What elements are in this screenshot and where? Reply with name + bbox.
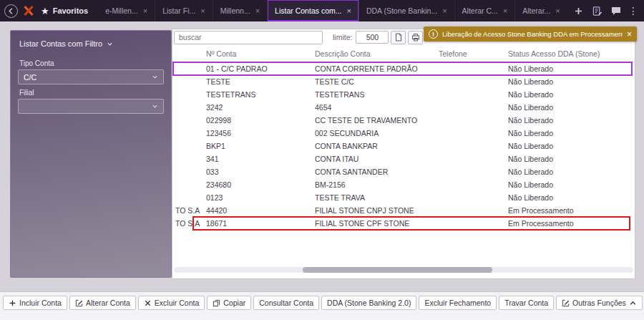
cell-conta: 44420	[203, 206, 312, 215]
travar-conta-button[interactable]: Travar Conta	[499, 296, 554, 310]
cell-descricao: BM-2156	[312, 180, 436, 189]
cell-filial: TO S.A	[172, 219, 203, 228]
collapse-chevron-icon	[107, 41, 113, 47]
search-input[interactable]	[174, 31, 323, 44]
cell-status: Em Processamento	[505, 219, 635, 228]
notes-icon[interactable]	[591, 5, 603, 17]
table-row[interactable]: BKP1CONTA BANKPARNão Liberado	[172, 140, 635, 152]
tipo-conta-select[interactable]: C/C	[18, 69, 164, 84]
cell-status: Não Liberado	[505, 77, 635, 86]
tab-listar-fi[interactable]: Listar Fi...×	[155, 0, 213, 21]
tab-close-icon[interactable]: ×	[346, 7, 351, 15]
table-row[interactable]: 32424654Não Liberado	[172, 101, 635, 114]
topbar-left: ★ Favoritos	[0, 4, 98, 18]
cell-status: Não Liberado	[505, 193, 635, 202]
cell-status: Não Liberado	[505, 129, 635, 137]
warning-icon: !	[429, 29, 438, 39]
table-row[interactable]: 01 - C/C PADRAOCONTA CORRENTE PADRÃONão …	[172, 62, 635, 75]
cell-conta: TESTETRANS	[203, 90, 312, 99]
favorites-button[interactable]: ★ Favoritos	[39, 6, 94, 16]
cell-conta: TESTE	[203, 77, 312, 86]
cell-conta: 0123	[203, 193, 312, 202]
scrollbar-thumb[interactable]	[303, 267, 492, 273]
plus-icon	[9, 299, 16, 307]
tab-close-icon[interactable]: ×	[200, 7, 205, 15]
horizontal-scrollbar[interactable]	[174, 267, 633, 273]
incluir-conta-button[interactable]: Incluir Conta	[3, 296, 67, 310]
cell-status: Não Liberado	[505, 64, 635, 73]
column-header-telefone[interactable]: Telefone	[436, 49, 505, 58]
bottom-toolbar: Incluir ContaAlterar ContaExcluir ContaC…	[0, 291, 644, 320]
x-icon	[144, 299, 152, 307]
copy-icon	[213, 299, 220, 307]
cell-status: Não Liberado	[505, 116, 635, 125]
table-row[interactable]: 033CONTA SANTANDERNão Liberado	[172, 165, 635, 178]
tab-alterar-c[interactable]: Alterar C...×	[455, 0, 516, 21]
table-row[interactable]: TO S.A44420FILIAL STONE CNPJ STONEEm Pro…	[172, 204, 635, 217]
print-icon[interactable]	[408, 31, 423, 44]
tab-alterar[interactable]: Alterar...×	[515, 0, 567, 21]
table-row[interactable]: TO S.A18671FILIAL STONE CPF STONEEm Proc…	[172, 217, 635, 230]
table-row[interactable]: 123456002 SECUNDARIANão Liberado	[172, 127, 635, 140]
cell-descricao: CONTA SANTANDER	[312, 168, 436, 176]
tab-close-icon[interactable]: ×	[555, 7, 560, 15]
excluir-conta-button[interactable]: Excluir Conta	[138, 296, 205, 310]
tab-strip: e-Millen...×Listar Fi...×Millenn...×List…	[98, 0, 567, 21]
table-row[interactable]: TESTETRANSTESTETRANSNão Liberado	[172, 88, 635, 101]
cell-filial: TO S.A	[172, 206, 203, 215]
outras-fun-es-button[interactable]: Outras Funções	[556, 296, 643, 310]
tab-millenn[interactable]: Millenn...×	[213, 0, 268, 21]
tab-close-icon[interactable]: ×	[503, 7, 507, 15]
filial-label: Filial	[11, 84, 171, 99]
cell-descricao: CC TESTE DE TRAVAMENTO	[312, 116, 436, 125]
limit-input[interactable]	[356, 31, 389, 44]
edit-icon	[75, 299, 83, 307]
filial-select[interactable]	[18, 99, 164, 114]
tab-close-icon[interactable]: ×	[143, 7, 147, 15]
tab-label: Alterar...	[522, 6, 550, 15]
chat-icon[interactable]	[610, 5, 622, 17]
tab-close-icon[interactable]: ×	[255, 7, 260, 15]
table-row[interactable]: TESTETESTE C/CNão Liberado	[172, 75, 635, 88]
tab-e-millen[interactable]: e-Millen...×	[98, 0, 155, 21]
toast-message: Liberação de Acesso Stone Banking DDA em…	[442, 30, 623, 38]
cell-status: Não Liberado	[505, 180, 635, 189]
button-label: Outras Funções	[572, 299, 626, 307]
table-row[interactable]: 341CONTA ITAUNão Liberado	[172, 152, 635, 165]
table-row[interactable]: 234680BM-2156Não Liberado	[172, 178, 635, 191]
table-row[interactable]: 022998CC TESTE DE TRAVAMENTONão Liberado	[172, 114, 635, 127]
column-header-conta[interactable]: Nº Conta	[203, 49, 312, 58]
accounts-panel: limite: Nº Conta Descrição Conta Telefon…	[172, 29, 635, 279]
back-icon[interactable]	[4, 4, 18, 18]
button-label: Consultar Conta	[259, 299, 313, 307]
export-document-icon[interactable]	[391, 31, 406, 44]
cell-conta: 123456	[203, 129, 312, 137]
chevron-down-icon	[152, 74, 158, 80]
cell-descricao: TESTETRANS	[312, 90, 436, 99]
menu-dots-icon[interactable]: ⋮	[628, 5, 638, 16]
tab-close-icon[interactable]: ×	[442, 7, 447, 15]
cell-status: Não Liberado	[505, 142, 635, 150]
toast-close-icon[interactable]: ×	[627, 29, 632, 39]
table-row[interactable]: 0123TESTE TRAVANão Liberado	[172, 191, 635, 204]
consultar-conta-button[interactable]: Consultar Conta	[253, 296, 319, 310]
filter-sidebar: Listar Contas com Filtro Tipo Conta C/C …	[10, 30, 172, 278]
chevron-up-icon	[629, 299, 637, 307]
column-header-status[interactable]: Status Acesso DDA (Stone)	[505, 49, 635, 58]
cell-descricao: 4654	[312, 103, 436, 112]
table-header: Nº Conta Descrição Conta Telefone Status…	[172, 45, 635, 62]
excluir-fechamento-button[interactable]: Excluir Fechamento	[419, 296, 497, 310]
edit-icon	[562, 299, 570, 307]
copiar-button[interactable]: Copiar	[207, 296, 251, 310]
button-label: DDA (Stone Banking 2.0)	[327, 299, 411, 307]
tab-dda-stone-bankin[interactable]: DDA (Stone Bankin...×	[359, 0, 455, 21]
cell-conta: 18671	[203, 219, 312, 228]
add-tab-icon[interactable]	[572, 5, 585, 17]
alterar-conta-button[interactable]: Alterar Conta	[69, 296, 136, 310]
column-header-descricao[interactable]: Descrição Conta	[312, 49, 436, 58]
tab-label: Listar Contas com...	[275, 6, 341, 15]
cell-conta: 01 - C/C PADRAO	[203, 64, 312, 73]
dda-stone-banking-2-0-button[interactable]: DDA (Stone Banking 2.0)	[321, 296, 416, 310]
tab-listar-contas-com[interactable]: Listar Contas com...×	[268, 0, 359, 21]
sidebar-title[interactable]: Listar Contas com Filtro	[11, 31, 171, 55]
